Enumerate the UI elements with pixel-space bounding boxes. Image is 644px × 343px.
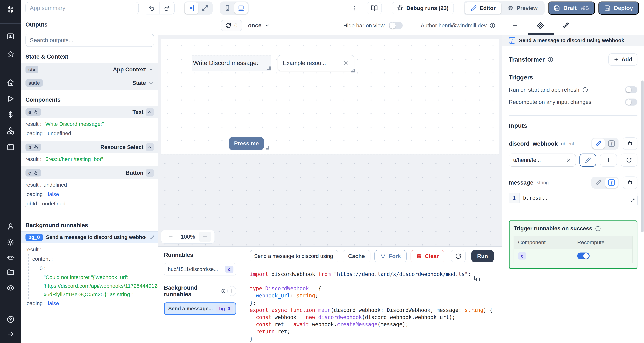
copy-code-icon[interactable]: [474, 276, 480, 282]
tab-settings-component-icon[interactable]: [528, 16, 553, 35]
user-icon[interactable]: [0, 222, 21, 230]
more-options-kebab-icon[interactable]: [351, 5, 358, 11]
state-row[interactable]: state State: [21, 76, 158, 90]
component-row-b[interactable]: b Resource Select: [21, 141, 158, 154]
app-canvas-grid[interactable]: Write Discord message: Example resou... …: [161, 39, 499, 154]
eye-icon: [507, 5, 514, 11]
collapse-chevron-up[interactable]: [146, 108, 154, 116]
expand-editor-icon[interactable]: [628, 196, 638, 206]
refresh-code-button[interactable]: [451, 250, 466, 262]
folders-icon[interactable]: [0, 268, 21, 276]
info-icon[interactable]: [548, 57, 553, 62]
cache-button[interactable]: Cache: [342, 250, 370, 262]
refresh-icon: [226, 23, 231, 28]
favorites-star-icon[interactable]: [0, 50, 21, 58]
add-resource-button[interactable]: [600, 154, 617, 167]
draft-button[interactable]: Draft⌘S: [548, 2, 595, 14]
add-transformer-button[interactable]: Add: [608, 53, 638, 66]
collapse-chevron-up[interactable]: [146, 169, 154, 177]
refresh-resource-button[interactable]: [620, 154, 638, 167]
variables-dollar-icon[interactable]: [0, 111, 21, 119]
clear-x-icon[interactable]: [342, 60, 349, 66]
debug-runs-button[interactable]: Debug runs (23): [392, 2, 454, 14]
bg-runnable-row[interactable]: bg_0 Send a message to discord using web…: [21, 231, 158, 243]
eval-mode-function-icon[interactable]: f: [606, 178, 618, 188]
edit-resource-pencil-button[interactable]: [580, 154, 596, 167]
message-expression-editor[interactable]: 1 b.result: [509, 192, 638, 203]
fullscreen-expand-button[interactable]: [198, 2, 212, 14]
component-row-a[interactable]: a Text: [21, 106, 158, 118]
connect-plug-icon[interactable]: [623, 176, 638, 189]
rail-divider: [0, 24, 21, 24]
settings-gear-icon[interactable]: [0, 238, 21, 246]
audit-eye-icon[interactable]: [0, 284, 21, 292]
deploy-button[interactable]: Deploy: [598, 2, 639, 14]
outputs-title: Outputs: [26, 21, 154, 28]
home-icon[interactable]: [0, 78, 21, 86]
schedules-calendar-icon[interactable]: [0, 143, 21, 151]
undo-button[interactable]: [144, 2, 159, 14]
zoom-out-button[interactable]: [164, 232, 177, 242]
connect-plug-icon[interactable]: [623, 138, 638, 150]
info-icon[interactable]: [221, 288, 226, 294]
runs-play-icon[interactable]: [0, 95, 21, 102]
help-icon[interactable]: [0, 316, 21, 323]
background-runnables-title: Background runnables: [26, 222, 154, 228]
press-me-button[interactable]: Press me: [229, 137, 264, 150]
tab-insert-plus-icon[interactable]: [502, 16, 528, 35]
eval-mode-function-icon[interactable]: f: [606, 138, 618, 149]
recompute-toggle[interactable]: [577, 252, 590, 260]
inspector-panel: f Send a message to discord using webhoo…: [502, 16, 644, 343]
resize-handle[interactable]: [267, 66, 271, 70]
app-canvas[interactable]: Write Discord message: Example resou... …: [158, 35, 502, 246]
fork-button[interactable]: Fork: [374, 250, 406, 262]
app-summary-input[interactable]: [26, 2, 139, 14]
inputs-title: Inputs: [509, 122, 638, 129]
frequency-select[interactable]: once: [248, 22, 270, 29]
scrollbar-thumb[interactable]: [641, 80, 644, 232]
component-row-c[interactable]: c Button: [21, 167, 158, 179]
refresh-counter[interactable]: 0: [221, 20, 242, 31]
ctx-row[interactable]: ctx App Context: [21, 63, 158, 76]
desktop-view-button[interactable]: [234, 2, 248, 14]
hide-bar-toggle[interactable]: [389, 22, 403, 29]
arg-name: message: [509, 179, 534, 186]
text-component[interactable]: Write Discord message:: [192, 56, 271, 71]
info-icon[interactable]: [595, 226, 601, 232]
static-mode-pencil-icon[interactable]: [592, 178, 605, 188]
clear-x-icon[interactable]: [566, 157, 572, 163]
resource-value-box[interactable]: u/henri/te...: [509, 154, 576, 167]
runnable-item-hub[interactable]: hub/1511/discord/se... c: [164, 263, 236, 276]
resources-cubes-icon[interactable]: [0, 127, 21, 135]
tab-styling-paintbrush-icon[interactable]: [553, 16, 578, 35]
runnable-name-input[interactable]: [250, 250, 338, 262]
workspace-apps-icon[interactable]: [0, 32, 21, 40]
workers-robot-icon[interactable]: [0, 254, 21, 262]
info-icon[interactable]: [490, 23, 495, 28]
static-mode-pencil-icon[interactable]: [592, 138, 605, 149]
run-on-start-toggle[interactable]: [625, 86, 638, 93]
search-outputs-input[interactable]: [26, 34, 154, 47]
zoom-in-button[interactable]: [199, 232, 211, 242]
code-editor[interactable]: import discordwebhook from "https://deno…: [242, 266, 502, 343]
collapse-chevron-up[interactable]: [146, 143, 154, 151]
runnables-panel: Runnables hub/1511/discord/se... c Backg…: [158, 247, 242, 343]
tab-preview[interactable]: Preview: [501, 2, 543, 14]
mobile-view-button[interactable]: [221, 2, 234, 14]
edit-pencil-icon[interactable]: [150, 235, 154, 240]
resize-handle[interactable]: [351, 69, 355, 72]
clear-button[interactable]: Clear: [410, 250, 444, 262]
recompute-on-change-toggle[interactable]: [625, 98, 638, 106]
resource-select-component[interactable]: Example resou...: [278, 55, 354, 71]
redo-button[interactable]: [159, 2, 174, 14]
resize-handle[interactable]: [266, 146, 270, 150]
runnable-item-bg0[interactable]: Send a message... bg_0: [164, 302, 236, 315]
info-icon[interactable]: [582, 87, 588, 93]
docs-book-button[interactable]: [366, 2, 382, 14]
run-button[interactable]: Run: [471, 250, 494, 262]
center-align-button[interactable]: [184, 2, 198, 14]
add-background-runnable-button[interactable]: [227, 286, 236, 296]
windmill-logo[interactable]: [0, 4, 21, 15]
tab-editor[interactable]: Editor: [465, 2, 501, 14]
collapse-rail-arrow-icon[interactable]: [0, 330, 21, 338]
